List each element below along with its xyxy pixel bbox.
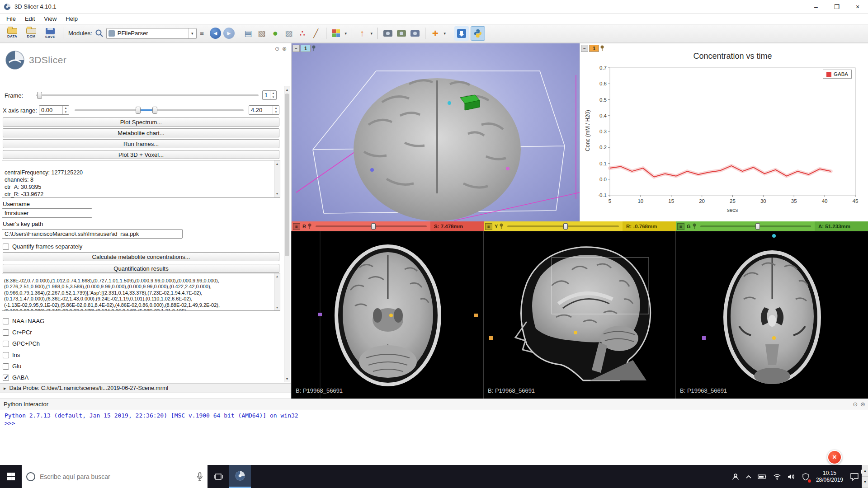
menu-item[interactable]: View: [39, 14, 61, 24]
chart-view[interactable]: 0.70.60.50.40.30.20.10.0-0.1510152025303…: [580, 43, 868, 221]
search-module-icon[interactable]: [95, 29, 104, 38]
collapse-view-icon[interactable]: −: [292, 45, 300, 52]
slice-menu-icon[interactable]: ≡: [293, 223, 300, 230]
metabolite-checkbox[interactable]: GABA: [3, 372, 44, 383]
ruler-icon[interactable]: ╱: [309, 27, 323, 40]
search-input[interactable]: [40, 473, 197, 480]
metabolite-checkbox[interactable]: Cr+PCr: [3, 327, 44, 338]
collapse-view-icon[interactable]: −: [581, 45, 588, 52]
frame-slider[interactable]: [36, 90, 259, 100]
yellow-slice-view[interactable]: B: P19968_56691: [484, 231, 676, 399]
extract-dropdown-icon[interactable]: ▾: [369, 27, 374, 40]
python-interactor-button[interactable]: [471, 26, 485, 41]
run-frames-button[interactable]: Run frames...: [3, 139, 279, 148]
maximize-button[interactable]: ❐: [826, 0, 847, 13]
slider-handle[interactable]: [563, 223, 568, 230]
chart-view-tab[interactable]: 1: [589, 45, 599, 52]
xaxis-range-slider[interactable]: [75, 105, 244, 115]
green-slice-view[interactable]: B: P19968_56691: [676, 231, 868, 399]
microphone-icon[interactable]: [197, 472, 203, 481]
crosshair-dropdown-icon[interactable]: ▾: [442, 27, 448, 40]
slice-menu-icon[interactable]: ≡: [485, 223, 492, 230]
keypath-field[interactable]: C:\Users\FranciscoMarcano\.ssh\fmrsiuser…: [2, 229, 183, 239]
3d-brain-rendering[interactable]: [292, 43, 580, 221]
metabolite-checkbox[interactable]: NAA+NAAG: [3, 315, 44, 327]
history-back-button[interactable]: ◀: [210, 28, 221, 39]
notification-close-button[interactable]: ×: [827, 450, 842, 465]
info-scrollbar[interactable]: ▲▼: [274, 160, 280, 197]
green-slice-offset-slider[interactable]: [700, 223, 811, 230]
undock-panel-icon[interactable]: ⊙: [853, 401, 858, 408]
xaxis-max-spinbox[interactable]: 4.20 ▲▼: [249, 105, 279, 115]
menu-item[interactable]: File: [2, 14, 20, 24]
extensions-manager-button[interactable]: [454, 26, 469, 41]
minimize-button[interactable]: –: [806, 0, 826, 13]
module-selector-combobox[interactable]: PFileParser ▾: [106, 28, 197, 39]
pin-icon[interactable]: [600, 45, 604, 52]
quantify-frames-checkbox[interactable]: Quantify frames separately: [3, 241, 82, 252]
slider-handle[interactable]: [371, 223, 376, 230]
close-button[interactable]: ×: [847, 0, 868, 13]
header-info-box[interactable]: centralFrequency: 1277125220 channels: 8…: [2, 160, 280, 198]
security-tray-button[interactable]: [799, 465, 812, 488]
data-probe-section[interactable]: ▸ Data Probe: C:/dev/1.namic/scenes/ti..…: [0, 383, 292, 393]
3d-view-tab[interactable]: 1: [301, 45, 311, 52]
menu-item[interactable]: Help: [61, 14, 82, 24]
quantification-results-box[interactable]: (8.38E-02,0.7,0.000),(1.012,0.74,1.668),…: [2, 273, 280, 311]
fiducials-icon[interactable]: ∴: [296, 27, 309, 40]
frame-spinbox[interactable]: 1 ▲▼: [262, 90, 277, 100]
volume-button[interactable]: [784, 465, 799, 488]
module-panel-scrollbar[interactable]: ▲ ▼: [284, 86, 290, 382]
module-options-icon[interactable]: ≡: [197, 27, 208, 40]
metabolite-checkbox[interactable]: Glu: [3, 361, 44, 372]
pin-icon[interactable]: [499, 223, 504, 230]
save-button[interactable]: SAVE: [41, 25, 60, 42]
username-field[interactable]: fmrsiuser: [2, 208, 92, 218]
pin-icon[interactable]: [311, 45, 316, 52]
range-max-handle[interactable]: [152, 107, 157, 114]
start-button[interactable]: [0, 465, 22, 488]
module-panel-icon[interactable]: ▤: [241, 27, 255, 40]
pin-icon[interactable]: [307, 223, 312, 230]
history-forward-button[interactable]: ▶: [223, 28, 235, 39]
python-interactor-header[interactable]: Python Interactor ⊙ ⊗: [0, 399, 868, 409]
quantification-results-button[interactable]: Quantification results: [3, 264, 279, 273]
layout-selector-icon[interactable]: [330, 27, 343, 40]
transforms-icon[interactable]: ▨: [282, 27, 296, 40]
taskbar-search[interactable]: [22, 465, 208, 488]
xaxis-min-spinbox[interactable]: 0.00 ▲▼: [39, 105, 69, 115]
layout-dropdown-icon[interactable]: ▾: [343, 27, 349, 40]
battery-button[interactable]: [755, 465, 770, 488]
range-min-handle[interactable]: [136, 107, 141, 114]
plot-3d-voxel-button[interactable]: Plot 3D + Voxel...: [3, 150, 279, 159]
volume-cube-icon[interactable]: ▧: [255, 27, 269, 40]
metabolite-checkbox[interactable]: Ins: [3, 349, 44, 361]
load-dicom-button[interactable]: DCM: [22, 25, 41, 42]
python-console[interactable]: Python 2.7.13 (default, Jan 15 2019, 22:…: [0, 409, 868, 465]
results-scrollbar[interactable]: ▲▼: [274, 273, 280, 310]
metabolite-checkbox[interactable]: GPC+PCh: [3, 338, 44, 349]
slice-menu-icon[interactable]: ≡: [677, 223, 684, 230]
close-panel-icon[interactable]: ⊗: [282, 46, 287, 52]
menu-item[interactable]: Edit: [20, 14, 39, 24]
pin-icon[interactable]: [692, 223, 697, 230]
slider-handle[interactable]: [755, 223, 760, 230]
taskbar-clock[interactable]: 10:15 28/06/2019: [812, 470, 847, 483]
yellow-slice-offset-slider[interactable]: [507, 223, 619, 230]
slicer-taskbar-button[interactable]: [229, 465, 251, 488]
volume-rendering-icon[interactable]: ●: [269, 27, 282, 40]
people-button[interactable]: [728, 465, 743, 488]
volume-extract-icon[interactable]: ↑: [355, 27, 369, 40]
show-hidden-icons-button[interactable]: [743, 465, 755, 488]
network-button[interactable]: [770, 465, 784, 488]
scrollbar-thumb[interactable]: [285, 94, 289, 256]
load-data-button[interactable]: DATA: [3, 25, 22, 42]
red-slice-view[interactable]: B: P19968_56691: [292, 231, 484, 399]
crosshair-icon[interactable]: +: [429, 27, 442, 40]
3d-view[interactable]: − 1: [292, 43, 580, 221]
undock-panel-icon[interactable]: ⊙: [275, 46, 279, 52]
screenshot-icon[interactable]: [381, 27, 395, 40]
close-panel-icon[interactable]: ⊗: [860, 401, 865, 408]
scene-view-restore-icon[interactable]: [408, 27, 422, 40]
metabolite-chart-button[interactable]: Metabolite chart...: [3, 128, 279, 137]
